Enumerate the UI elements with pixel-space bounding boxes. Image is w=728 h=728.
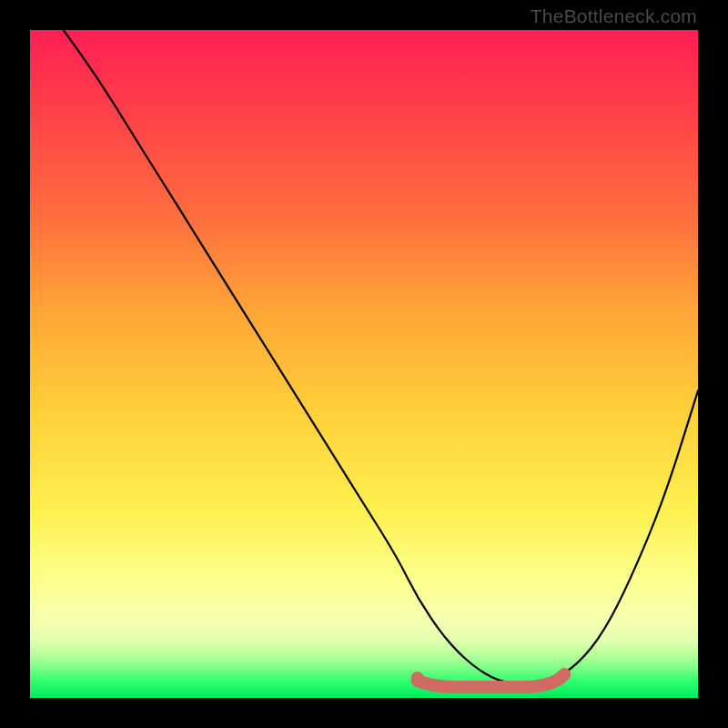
plot-area xyxy=(30,30,698,698)
chart-frame: TheBottleneck.com xyxy=(0,0,728,728)
curve-layer xyxy=(30,30,698,698)
optimal-start-dot xyxy=(411,672,424,684)
optimal-range-highlight xyxy=(418,674,565,687)
attribution-label: TheBottleneck.com xyxy=(531,5,697,27)
bottleneck-curve xyxy=(64,30,698,683)
